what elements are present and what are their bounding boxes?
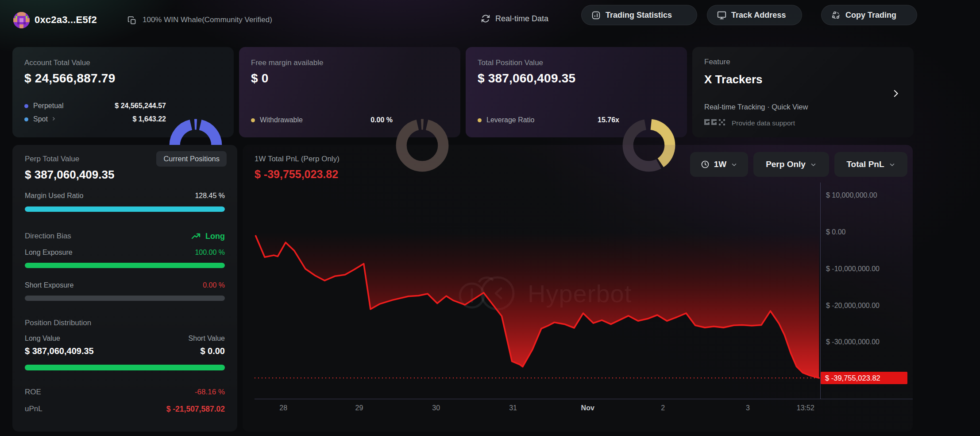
x-axis-labels: 28293031Nov2313:52 bbox=[255, 404, 820, 415]
perpetual-value: $ 24,565,244.57 bbox=[115, 102, 166, 110]
spot-chevron-icon[interactable] bbox=[51, 115, 56, 123]
short-exposure-value: 0.00 % bbox=[203, 281, 225, 289]
trading-statistics-button[interactable]: Trading Statistics bbox=[581, 5, 697, 25]
copy-address-icon[interactable] bbox=[127, 16, 137, 27]
realtime-data: Real-time Data bbox=[481, 14, 548, 23]
free-margin-value: $ 0 bbox=[251, 71, 269, 86]
range-dropdown[interactable]: 1W bbox=[690, 152, 748, 177]
total-position-card: Total Position Value $ 387,060,409.35 Le… bbox=[466, 47, 687, 137]
free-margin-card: Free margin available $ 0 Withdrawable 0… bbox=[239, 47, 460, 137]
current-positions-button[interactable]: Current Positions bbox=[156, 151, 227, 167]
leverage-row: Leverage Ratio 15.76x bbox=[478, 116, 619, 124]
feature-eyebrow: Feature bbox=[704, 58, 730, 66]
spot-label: Spot bbox=[33, 115, 48, 123]
y-axis-line bbox=[820, 183, 821, 399]
feature-subtitle: Real-time Tracking · Quick View bbox=[704, 103, 808, 111]
short-exposure-bar bbox=[25, 296, 225, 301]
x-tick-label: 31 bbox=[509, 404, 517, 412]
spot-row[interactable]: Spot $ 1,643.22 bbox=[24, 115, 166, 123]
margin-used-value: 128.45 % bbox=[195, 192, 225, 200]
realtime-label: Real-time Data bbox=[495, 14, 548, 23]
data-support-label: Provide data support bbox=[732, 119, 795, 127]
y-tick-label: $ -20,000,000.00 bbox=[826, 301, 880, 310]
perpetual-row: Perpetual $ 24,565,244.57 bbox=[24, 102, 166, 110]
direction-bias-label: Direction Bias bbox=[25, 232, 71, 241]
long-value: $ 387,060,409.35 bbox=[25, 346, 94, 356]
short-value-label: Short Value bbox=[189, 335, 225, 343]
perp-total-value: $ 387,060,409.35 bbox=[25, 168, 114, 182]
position-distribution-label: Position Distribution bbox=[25, 319, 91, 327]
monitor-icon bbox=[717, 11, 726, 20]
pnl-chart-panel: 1W Total PnL (Perp Only) $ -39,755,023.8… bbox=[243, 145, 913, 432]
chart-pnl-value: $ -39,755,023.82 bbox=[255, 168, 338, 181]
margin-used-bar bbox=[25, 206, 225, 212]
account-total-value: $ 24,566,887.79 bbox=[24, 71, 115, 86]
statistics-icon bbox=[591, 11, 601, 20]
perpetual-label: Perpetual bbox=[33, 102, 64, 110]
x-tick-label: Nov bbox=[581, 404, 594, 412]
card-title: Account Total Value bbox=[24, 58, 90, 67]
margin-used-label: Margin Used Ratio bbox=[25, 192, 84, 200]
upnl-value: $ -21,507,587.02 bbox=[166, 405, 225, 414]
x-tick-label: 3 bbox=[746, 404, 750, 412]
track-address-button[interactable]: Track Address bbox=[707, 5, 802, 25]
perp-total-label: Perp Total Value bbox=[25, 155, 79, 164]
scope-label: Perp Only bbox=[766, 160, 806, 169]
x-tick-label: 30 bbox=[432, 404, 440, 412]
metric-label: Total PnL bbox=[846, 160, 884, 169]
bbx-logo-icon bbox=[704, 118, 726, 128]
x-axis-line bbox=[255, 399, 913, 399]
y-tick-label: $ -10,000,000.00 bbox=[826, 265, 880, 273]
withdrawable-value: 0.00 % bbox=[370, 116, 393, 124]
x-tick-label: 28 bbox=[279, 404, 287, 412]
refresh-icon[interactable] bbox=[481, 14, 490, 23]
scope-dropdown[interactable]: Perp Only bbox=[753, 152, 829, 177]
upnl-label: uPnL bbox=[25, 405, 42, 413]
leverage-dot bbox=[478, 118, 482, 122]
pnl-area-fill bbox=[256, 232, 819, 378]
withdrawable-label: Withdrawable bbox=[260, 116, 303, 124]
copy-trading-label: Copy Trading bbox=[845, 11, 896, 20]
perp-summary-panel: Perp Total Value Current Positions $ 387… bbox=[12, 145, 237, 432]
copy-trading-button[interactable]: Copy Trading bbox=[821, 5, 917, 25]
withdrawable-dot bbox=[251, 118, 255, 122]
wallet-address: 0xc2a3...E5f2 bbox=[35, 14, 97, 26]
long-exposure-label: Long Exposure bbox=[25, 249, 73, 257]
x-tick-label: 29 bbox=[355, 404, 363, 412]
leverage-label: Leverage Ratio bbox=[486, 116, 535, 124]
long-exposure-value: 100.00 % bbox=[195, 249, 225, 257]
y-axis-labels: $ 10,000,000.00$ 0.00$ -10,000,000.00$ -… bbox=[826, 183, 913, 399]
metric-dropdown[interactable]: Total PnL bbox=[834, 152, 907, 177]
long-value-label: Long Value bbox=[25, 335, 60, 343]
x-tick-label: 2 bbox=[661, 404, 665, 412]
spot-dot bbox=[24, 117, 28, 121]
card-title: Total Position Value bbox=[478, 58, 543, 67]
avatar-pixel-art bbox=[13, 12, 30, 28]
distribution-bar bbox=[25, 365, 225, 370]
track-address-label: Track Address bbox=[731, 11, 786, 20]
feature-card[interactable]: Feature X Trackers Real-time Tracking · … bbox=[692, 47, 914, 137]
chart-title: 1W Total PnL (Perp Only) bbox=[255, 155, 340, 164]
chevron-down-icon bbox=[889, 161, 895, 168]
verified-badge: 100% WIN Whale(Community Verified) bbox=[143, 16, 272, 24]
short-exposure-label: Short Exposure bbox=[25, 281, 73, 289]
roe-value: -68.16 % bbox=[195, 388, 225, 397]
clock-icon bbox=[701, 160, 710, 169]
direction-bias-value: Long bbox=[191, 231, 225, 241]
range-label: 1W bbox=[714, 160, 727, 169]
short-value: $ 0.00 bbox=[200, 346, 225, 356]
avatar bbox=[13, 12, 30, 28]
feature-title: X Trackers bbox=[704, 73, 763, 86]
pnl-area-chart[interactable] bbox=[255, 183, 820, 399]
perpetual-dot bbox=[24, 104, 28, 108]
account-total-value-card: Account Total Value $ 24,566,887.79 Perp… bbox=[12, 47, 234, 137]
chevron-down-icon bbox=[731, 161, 737, 168]
leverage-value: 15.76x bbox=[598, 116, 619, 124]
header: 0xc2a3...E5f2 100% WIN Whale(Community V… bbox=[0, 0, 980, 38]
trading-statistics-label: Trading Statistics bbox=[606, 11, 672, 20]
y-tick-label: $ -30,000,000.00 bbox=[826, 338, 880, 346]
feature-chevron-icon[interactable] bbox=[891, 87, 900, 102]
data-support-row: Provide data support bbox=[704, 118, 795, 128]
y-tick-label: $ 10,000,000.00 bbox=[826, 191, 877, 200]
roe-label: ROE bbox=[25, 388, 41, 397]
